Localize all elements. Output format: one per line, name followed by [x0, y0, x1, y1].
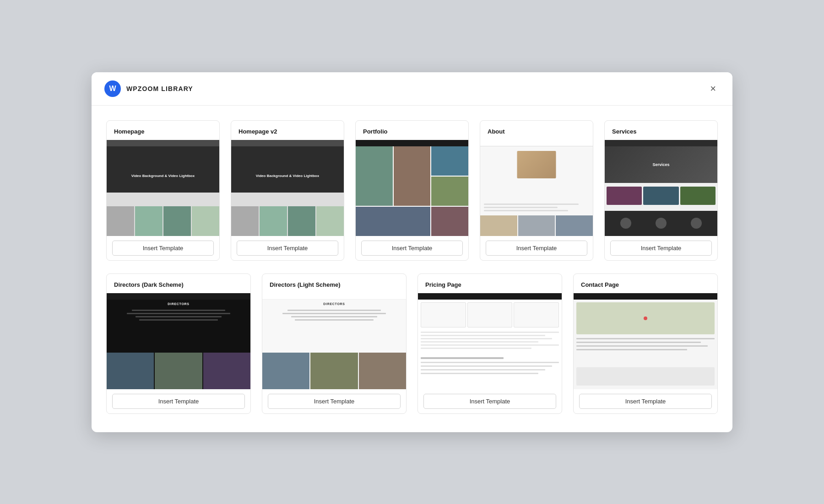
card-footer-services: Insert Template [605, 236, 717, 260]
card-title-services: Services [612, 128, 637, 135]
template-grid-row1: Homepage Insert Template Hom [106, 120, 718, 261]
insert-button-directors-dark[interactable]: Insert Template [112, 394, 245, 409]
insert-button-directors-light[interactable]: Insert Template [268, 394, 401, 409]
card-title-directors-dark: Directors (Dark Scheme) [114, 281, 184, 288]
card-preview-portfolio [356, 140, 468, 236]
card-footer-pricing: Insert Template [418, 389, 562, 413]
card-preview-services: Services [605, 140, 717, 236]
card-header-about: About [480, 121, 593, 140]
modal-header: W WPZOOM LIBRARY × [92, 72, 732, 106]
card-header-contact: Contact Page [574, 274, 717, 293]
template-card-homepage-v2: Homepage v2 Insert Template [231, 120, 344, 261]
insert-button-services[interactable]: Insert Template [610, 241, 712, 256]
modal-body: Homepage Insert Template Hom [92, 106, 732, 432]
card-preview-homepage-v2 [231, 140, 344, 236]
card-footer-directors-dark: Insert Template [107, 389, 250, 413]
card-header-directors-dark: Directors (Dark Scheme) [107, 274, 250, 293]
card-footer-homepage: Insert Template [107, 236, 219, 260]
card-title-portfolio: Portfolio [363, 128, 387, 135]
insert-button-pricing[interactable]: Insert Template [423, 394, 556, 409]
template-card-directors-light: Directors (Light Scheme) DIRECTORS [262, 273, 407, 414]
insert-button-homepage[interactable]: Insert Template [112, 241, 214, 256]
template-card-directors-dark: Directors (Dark Scheme) DIRECTORS [106, 273, 251, 414]
card-footer-portfolio: Insert Template [356, 236, 468, 260]
insert-button-contact[interactable]: Insert Template [579, 394, 712, 409]
template-card-services: Services Services Insert [604, 120, 718, 261]
template-grid-row2: Directors (Dark Scheme) DIRECTORS [106, 273, 718, 414]
card-preview-pricing [418, 293, 562, 389]
card-header-pricing: Pricing Page [418, 274, 562, 293]
card-title-about: About [488, 128, 505, 135]
close-button[interactable]: × [706, 82, 720, 96]
card-title-contact: Contact Page [581, 281, 619, 288]
template-card-portfolio: Portfolio Insert Template [355, 120, 469, 261]
header-left: W WPZOOM LIBRARY [104, 80, 193, 97]
card-footer-directors-light: Insert Template [262, 389, 406, 413]
template-card-contact: Contact Page [573, 273, 718, 414]
card-preview-about [480, 140, 593, 236]
modal: W WPZOOM LIBRARY × Homepage [92, 72, 732, 432]
insert-button-about[interactable]: Insert Template [486, 241, 587, 256]
card-preview-directors-light: DIRECTORS [262, 293, 406, 389]
card-footer-about: Insert Template [480, 236, 593, 260]
template-card-pricing: Pricing Page [417, 273, 562, 414]
card-title-homepage-v2: Homepage v2 [239, 128, 277, 135]
card-title-pricing: Pricing Page [425, 281, 461, 288]
card-preview-contact [574, 293, 717, 389]
card-header-homepage-v2: Homepage v2 [231, 121, 344, 140]
insert-button-portfolio[interactable]: Insert Template [361, 241, 463, 256]
insert-button-homepage-v2[interactable]: Insert Template [237, 241, 338, 256]
card-footer-homepage-v2: Insert Template [231, 236, 344, 260]
card-header-directors-light: Directors (Light Scheme) [262, 274, 406, 293]
card-preview-directors-dark: DIRECTORS [107, 293, 250, 389]
card-footer-contact: Insert Template [574, 389, 717, 413]
card-preview-homepage [107, 140, 219, 236]
template-card-about: About [480, 120, 593, 261]
card-header-homepage: Homepage [107, 121, 219, 140]
card-header-portfolio: Portfolio [356, 121, 468, 140]
modal-title: WPZOOM LIBRARY [126, 85, 193, 92]
card-title-directors-light: Directors (Light Scheme) [270, 281, 341, 288]
card-header-services: Services [605, 121, 717, 140]
logo-icon: W [104, 80, 121, 97]
template-card-homepage: Homepage Insert Template [106, 120, 220, 261]
card-title-homepage: Homepage [114, 128, 144, 135]
